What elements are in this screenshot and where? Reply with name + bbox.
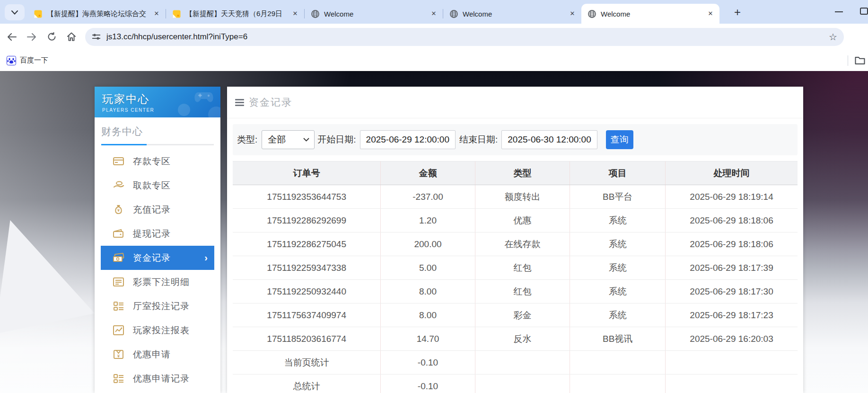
table-cell: 当前页统计 [233, 351, 381, 375]
bookmarks-folder-icon[interactable] [855, 56, 865, 65]
deposit-card-icon [113, 155, 124, 167]
browser-tab[interactable]: 【新提醒】天天竞猜（6月29日✕ [166, 4, 304, 24]
tab-strip: 【新提醒】海燕策略论坛综合交✕【新提醒】天天竞猜（6月29日✕Welcome✕W… [0, 0, 868, 24]
sidebar-item-优惠申请记录[interactable]: 优惠申请记录 [95, 366, 220, 391]
table-cell: 总统计 [233, 375, 381, 393]
end-date-input[interactable]: 2025-06-30 12:00:00 [501, 130, 597, 149]
tab-close-icon[interactable]: ✕ [568, 9, 577, 18]
new-tab-button[interactable]: + [730, 6, 745, 20]
table-row: 17511756374099748.00彩金系统2025-06-29 18:17… [233, 304, 798, 327]
home-button[interactable] [63, 29, 79, 45]
sidebar-item-资金记录[interactable]: 资金记录› [101, 246, 214, 270]
table-cell: 8.00 [381, 304, 475, 327]
forward-icon [27, 33, 36, 41]
sidebar-item-label: 充值记录 [133, 204, 171, 216]
chevron-down-icon [11, 10, 18, 15]
bookmark-baidu[interactable]: 百度一下 [7, 56, 48, 65]
table-row: 总统计-0.10 [233, 375, 798, 393]
browser-tab[interactable]: Welcome✕ [581, 4, 719, 24]
table-cell: -237.00 [381, 185, 475, 209]
table-cell: -0.10 [381, 351, 475, 375]
browser-tab[interactable]: Welcome✕ [305, 4, 443, 24]
type-select[interactable]: 全部 [262, 130, 315, 149]
banknotes-icon [113, 252, 124, 264]
table-cell: 2025-06-29 18:17:39 [666, 256, 798, 280]
sidebar-menu: 存款专区取款专区¥充值记录提现记录资金记录›彩票下注明细厅室投注记录玩家投注报表… [95, 149, 220, 391]
address-bar[interactable]: js13.cc/hhcp/usercenter.html?iniType=6 ☆ [85, 28, 844, 46]
sidebar-item-存款专区[interactable]: 存款专区 [95, 149, 220, 173]
browser-tab[interactable]: Welcome✕ [443, 4, 581, 24]
table-cell: 1.20 [381, 209, 475, 232]
minimize-button[interactable] [835, 11, 843, 12]
reload-icon [47, 32, 56, 41]
tab-close-icon[interactable]: ✕ [152, 9, 161, 18]
table-cell: 2025-06-29 18:17:23 [666, 304, 798, 327]
sidebar-item-充值记录[interactable]: ¥充值记录 [95, 197, 220, 222]
table-cell: -0.10 [381, 375, 475, 393]
table-cell: 系统 [570, 256, 666, 280]
search-button[interactable]: 查询 [606, 130, 633, 149]
tab-title: Welcome [463, 10, 565, 18]
bookmarks-bar-right [848, 50, 865, 71]
sidebar-header: 玩家中心 PLAYERS CENTER [95, 87, 220, 117]
list-blocks-icon [113, 373, 124, 384]
table-cell: 1751192259347338 [233, 256, 381, 280]
table-cell [570, 351, 666, 375]
table-cell: 2025-06-29 18:18:06 [666, 232, 798, 256]
bookmarks-bar: 百度一下 [0, 50, 868, 71]
tab-title: Welcome [601, 10, 703, 18]
table-cell [666, 375, 798, 393]
restore-button[interactable] [860, 8, 868, 15]
sidebar-item-label: 玩家投注报表 [133, 324, 190, 337]
tab-search-button[interactable] [5, 4, 25, 20]
table-cell: 2025-06-29 18:18:06 [666, 209, 798, 232]
table-cell: 红包 [475, 280, 570, 304]
back-icon [7, 33, 17, 41]
tab-close-icon[interactable]: ✕ [291, 9, 299, 18]
table-cell: 1751185203616774 [233, 327, 381, 351]
table-cell: 200.00 [381, 232, 475, 256]
url-text: js13.cc/hhcp/usercenter.html?iniType=6 [106, 32, 829, 42]
tab-close-icon[interactable]: ✕ [430, 9, 438, 18]
back-button[interactable] [4, 29, 20, 45]
tab-list: 【新提醒】海燕策略论坛综合交✕【新提醒】天天竞猜（6月29日✕Welcome✕W… [27, 4, 719, 24]
sidebar-item-label: 存款专区 [133, 155, 171, 168]
background-triangle-decoration [0, 220, 95, 334]
sidebar-item-label: 优惠申请记录 [133, 373, 190, 385]
sidebar-item-厅室投注记录[interactable]: 厅室投注记录 [95, 294, 220, 318]
table-cell: 8.00 [381, 280, 475, 304]
sidebar-item-彩票下注明细[interactable]: 彩票下注明细 [95, 270, 220, 294]
sidebar-item-优惠申请[interactable]: ¥优惠申请 [95, 342, 220, 366]
tab-title: 【新提醒】天天竞猜（6月29日 [185, 9, 288, 18]
table-cell: BB平台 [570, 185, 666, 209]
globe-favicon [588, 10, 596, 18]
table-cell: 1751192286275045 [233, 232, 381, 256]
sidebar-item-玩家投注报表[interactable]: 玩家投注报表 [95, 318, 220, 342]
baidu-favicon [7, 56, 16, 65]
browser-tab[interactable]: 【新提醒】海燕策略论坛综合交✕ [27, 4, 166, 24]
tab-close-icon[interactable]: ✕ [706, 9, 715, 18]
sidebar-item-label: 取款专区 [133, 179, 171, 192]
gift-icon: ¥ [113, 348, 124, 360]
sidebar-section-title: 财务中心 [101, 125, 220, 138]
bookmark-star-icon[interactable]: ☆ [829, 31, 837, 43]
sidebar-item-label: 提现记录 [133, 228, 171, 240]
table-cell: 1751192353644753 [233, 185, 381, 209]
forward-button[interactable] [24, 29, 40, 45]
start-date-input[interactable]: 2025-06-29 12:00:00 [360, 130, 456, 149]
select-chevron-icon [303, 138, 309, 142]
table-cell: 2025-06-29 18:17:30 [666, 280, 798, 304]
sidebar-item-取款专区[interactable]: 取款专区 [95, 173, 220, 197]
chart-icon [113, 324, 124, 336]
webpage: 玩家中心 PLAYERS CENTER 财务中心 存款专区取款专区¥充值记录提现… [0, 71, 868, 393]
table-cell: 系统 [570, 280, 666, 304]
globe-favicon [450, 10, 458, 18]
chevron-right-icon: › [204, 252, 208, 263]
funds-record-panel: 资金记录 类型: 全部 开始日期: 2025-06-29 12:00:00 结束… [227, 87, 803, 393]
reload-button[interactable] [44, 29, 60, 45]
table-cell [570, 375, 666, 393]
table-cell [475, 351, 570, 375]
table-row: 当前页统计-0.10 [233, 351, 798, 375]
sidebar-item-提现记录[interactable]: 提现记录 [95, 222, 220, 246]
hamburger-icon[interactable] [235, 98, 244, 107]
